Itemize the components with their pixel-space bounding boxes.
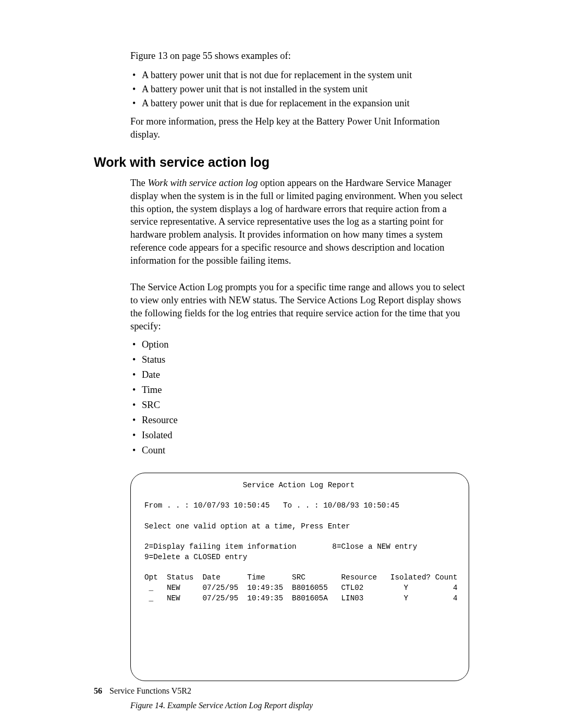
figure-caption: Figure 14. Example Service Action Log Re… bbox=[130, 700, 469, 711]
section-paragraph-1: The Work with service action log option … bbox=[130, 177, 469, 268]
intro-lead: Figure 13 on page 55 shows examples of: bbox=[130, 50, 469, 63]
list-item: Isolated bbox=[130, 429, 469, 442]
book-title: Service Functions V5R2 bbox=[109, 686, 191, 695]
list-item: Option bbox=[130, 338, 469, 351]
text: option appears on the Hardware Service M… bbox=[130, 178, 462, 266]
more-info-paragraph: For more information, press the Help key… bbox=[130, 115, 469, 141]
page: Figure 13 on page 55 shows examples of: … bbox=[0, 0, 563, 728]
list-item: Status bbox=[130, 353, 469, 366]
terminal-screen: Service Action Log Report From . . : 10/… bbox=[130, 473, 469, 681]
list-item: Count bbox=[130, 444, 469, 457]
list-item: Date bbox=[130, 368, 469, 381]
list-item: Resource bbox=[130, 414, 469, 427]
page-footer: 56Service Functions V5R2 bbox=[94, 685, 191, 697]
list-item: SRC bbox=[130, 399, 469, 412]
section-paragraph-2: The Service Action Log prompts you for a… bbox=[130, 281, 469, 333]
text: The bbox=[130, 178, 148, 188]
list-item: Time bbox=[130, 384, 469, 397]
body-column: Figure 13 on page 55 shows examples of: … bbox=[130, 50, 469, 711]
list-item: A battery power unit that is not install… bbox=[130, 83, 469, 96]
section-heading: Work with service action log bbox=[94, 154, 469, 171]
list-item: A battery power unit that is due for rep… bbox=[130, 97, 469, 110]
list-item: A battery power unit that is not due for… bbox=[130, 69, 469, 82]
field-list: Option Status Date Time SRC Resource Iso… bbox=[130, 338, 469, 457]
intro-bullets: A battery power unit that is not due for… bbox=[130, 69, 469, 110]
italic-option-name: Work with service action log bbox=[148, 178, 258, 188]
page-number: 56 bbox=[94, 686, 102, 695]
